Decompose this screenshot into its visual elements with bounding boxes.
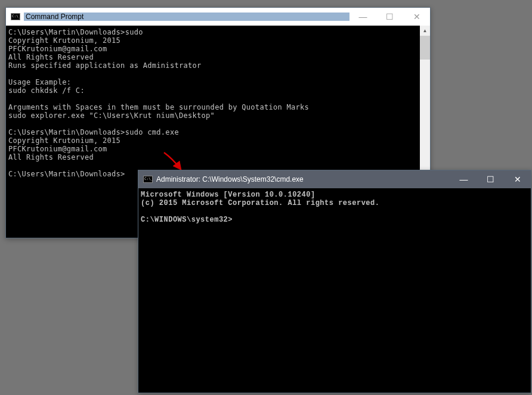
terminal-line [8,161,428,170]
terminal-line: Runs specified application as Administra… [8,61,428,70]
titlebar[interactable]: Command Prompt — ☐ ✕ [6,8,430,26]
window-title: Command Prompt [24,13,349,21]
titlebar[interactable]: Administrator: C:\Windows\System32\cmd.e… [138,170,531,188]
close-button[interactable]: ✕ [403,8,430,26]
terminal-line: PFCKrutonium@gmail.com [8,45,428,53]
terminal-line: C:\Users\Martin\Downloads>sudo cmd.exe [8,128,428,136]
terminal-line [141,207,528,216]
cmd-icon [143,175,153,184]
terminal-line: sudo explorer.exe "C:\Users\Krut nium\De… [8,111,428,120]
window-title: Administrator: C:\Windows\System32\cmd.e… [156,175,450,183]
terminal-line: PFCKrutonium@gmail.com [8,145,428,153]
maximize-button[interactable]: ☐ [376,8,403,26]
minimize-button[interactable]: — [450,170,477,188]
admin-cmd-window: Administrator: C:\Windows\System32\cmd.e… [138,170,531,393]
minimize-button[interactable]: — [349,8,376,26]
terminal-line: C:\WINDOWS\system32> [141,216,528,224]
terminal-line: (c) 2015 Microsoft Corporation. All righ… [141,199,528,207]
terminal-line [8,95,428,103]
terminal-line [8,120,428,128]
terminal-line: C:\Users\Martin\Downloads>sudo [8,28,428,36]
close-button[interactable]: ✕ [504,170,531,188]
terminal-line: Copyright Krutonium, 2015 [8,136,428,145]
terminal-line: sudo chkdsk /f C: [8,86,428,95]
terminal-line: Usage Example: [8,78,428,86]
scroll-thumb[interactable] [420,36,430,60]
cmd-icon [11,12,20,21]
terminal-line [8,70,428,78]
window-controls: — ☐ ✕ [349,8,430,26]
terminal-line: All Rights Reserved [8,153,428,161]
terminal-line: Arguments with Spaces in them must be su… [8,103,428,111]
window-controls: — ☐ ✕ [450,170,531,188]
maximize-button[interactable]: ☐ [477,170,504,188]
scroll-up-button[interactable]: ▲ [420,26,430,36]
terminal-line: Copyright Krutonium, 2015 [8,36,428,45]
terminal-line: All Rights Reserved [8,53,428,61]
terminal-line: Microsoft Windows [Version 10.0.10240] [141,191,528,199]
terminal-output[interactable]: Microsoft Windows [Version 10.0.10240](c… [138,188,531,393]
